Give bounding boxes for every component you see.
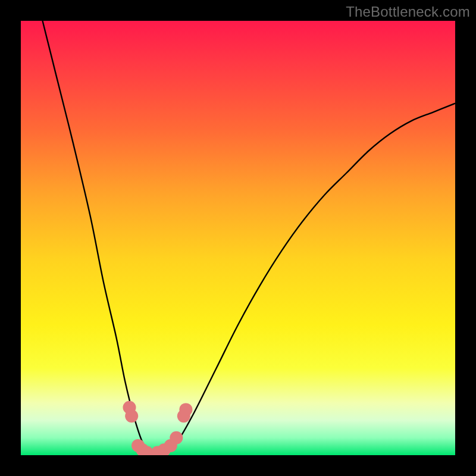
data-markers (123, 401, 193, 455)
curve-line (43, 21, 456, 455)
data-marker (170, 431, 183, 444)
bottleneck-curve (43, 21, 456, 455)
chart-frame: TheBottleneck.com (0, 0, 476, 476)
data-marker (179, 403, 192, 416)
curve-layer (21, 21, 455, 455)
data-marker (125, 409, 138, 422)
watermark-text: TheBottleneck.com (346, 4, 470, 20)
plot-area (21, 21, 455, 455)
